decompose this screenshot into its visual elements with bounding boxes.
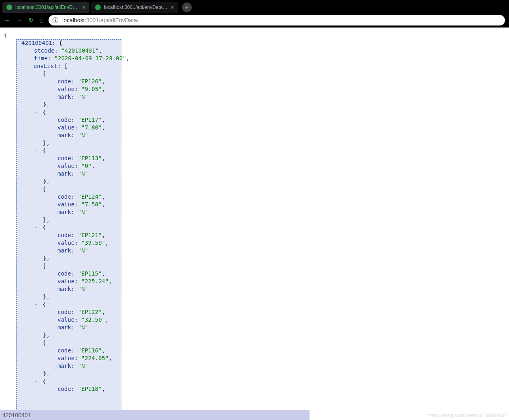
json-array-item[interactable]: - { [4,147,509,155]
collapse-icon[interactable]: - [34,224,37,231]
json-property: value: "224.05", [4,354,509,362]
tab-active[interactable]: localhost:3001/api/allEnvData/ × [2,2,89,13]
collapse-icon[interactable]: - [34,186,37,192]
json-array-item[interactable]: - { [4,262,509,270]
collapse-icon[interactable]: - [34,301,37,308]
json-property: code: "EP115", [4,270,509,278]
json-array-key[interactable]: - envList: [ [4,62,509,70]
collapse-icon[interactable]: - [13,40,16,46]
json-property: mark: "N" [4,132,509,139]
json-property: time: "2020-04-09 17:28:00", [4,55,509,62]
json-array-item[interactable]: - { [4,339,509,347]
browser-tabstrip: localhost:3001/api/allEnvData/ × localho… [0,0,509,13]
json-brace-close: }, [4,139,509,147]
json-property: mark: "N" [4,208,509,216]
json-brace-close: }, [4,331,509,339]
json-property: mark: "N" [4,285,509,293]
collapse-icon[interactable]: - [34,147,37,154]
json-brace-open: { [4,32,509,39]
json-property: stcode: "420100401", [4,47,509,55]
json-brace-close: }, [4,178,509,185]
globe-icon [95,4,101,10]
collapse-icon[interactable]: - [34,109,37,115]
json-brace-close: }, [4,101,509,108]
json-property: code: "EP117", [4,116,509,124]
json-property: value: "0", [4,162,509,170]
json-array-item[interactable]: - { [4,108,509,116]
close-icon[interactable]: × [171,4,174,10]
json-property: value: "39.59", [4,239,509,247]
back-button[interactable]: ← [4,17,11,23]
json-property: value: "225.24", [4,278,509,285]
watermark: https://blog.csdn.net/ccl19881030 [427,412,506,418]
address-bar[interactable]: i localhost:3001/api/allEnvData/ [49,15,505,25]
json-property: mark: "N" [4,362,509,370]
json-array-item[interactable]: - { [4,224,509,231]
json-brace-close: }, [4,255,509,262]
json-property: code: "EP122", [4,308,509,316]
collapse-icon[interactable]: - [34,339,37,346]
json-property: code: "EP126", [4,78,509,85]
tab-title: localhost:3001/api/allEnvData/ [15,4,79,10]
site-info-icon[interactable]: i [53,17,58,23]
collapse-icon[interactable]: - [34,378,37,384]
json-property: value: "7.80", [4,124,509,132]
json-property: code: "EP118", [4,385,509,393]
browser-toolbar: ← → ↻ ⌂ i localhost:3001/api/allEnvData/ [0,13,509,28]
collapse-icon[interactable]: - [25,63,28,69]
json-array-item[interactable]: - { [4,378,509,385]
json-object-key[interactable]: - 420100401: { [4,39,509,47]
json-property: mark: "N" [4,170,509,178]
tab-title: localhost:3001/api/envData/4… [104,4,168,10]
new-tab-button[interactable]: + [182,2,192,12]
json-array-item[interactable]: - { [4,185,509,193]
json-array-item[interactable]: - { [4,70,509,78]
json-property: mark: "N" [4,247,509,255]
forward-button[interactable]: → [16,17,23,23]
collapse-icon[interactable]: - [34,70,37,77]
json-property: code: "EP113", [4,155,509,162]
tab-inactive[interactable]: localhost:3001/api/envData/4… × [91,2,178,13]
json-property: code: "EP121", [4,231,509,239]
json-property: code: "EP116", [4,347,509,354]
json-property: value: "32.50", [4,316,509,324]
globe-icon [6,4,12,10]
reload-button[interactable]: ↻ [28,17,34,23]
url-host: localhost [62,17,85,23]
json-brace-close: }, [4,293,509,301]
json-property: value: "9.05", [4,85,509,93]
json-brace-close: }, [4,216,509,224]
close-icon[interactable]: × [82,4,85,10]
json-property: code: "EP124", [4,193,509,201]
json-viewer: { - 420100401: { stcode: "420100401", ti… [0,28,509,393]
collapse-icon[interactable]: - [34,263,37,269]
json-property: value: "7.58", [4,201,509,208]
json-property: mark: "N" [4,324,509,331]
json-property: mark: "N" [4,93,509,101]
status-bar: 420100401 [0,410,310,420]
json-brace-close: }, [4,370,509,378]
url-port: :3001 [85,17,99,23]
home-button[interactable]: ⌂ [39,17,43,24]
url-path: /api/allEnvData/ [99,17,138,23]
json-array-item[interactable]: - { [4,301,509,308]
